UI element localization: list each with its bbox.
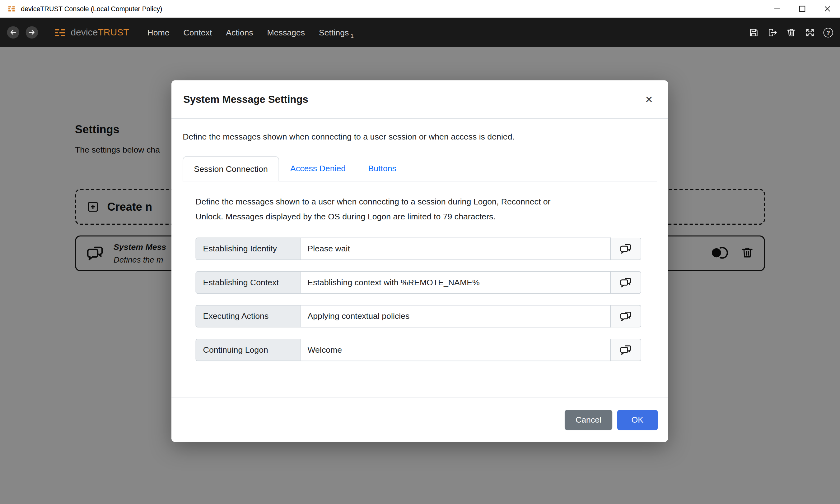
message-row-label: Continuing Logon (196, 339, 301, 361)
cancel-button[interactable]: Cancel (565, 410, 612, 430)
close-icon (824, 5, 831, 12)
modal-footer: Cancel OK (171, 397, 668, 442)
trash-icon (786, 27, 796, 38)
titlebar: deviceTRUST Console (Local Computer Poli… (0, 0, 840, 18)
executing-actions-input[interactable] (301, 305, 611, 327)
modal-title: System Message Settings (183, 93, 308, 105)
message-row: Establishing Context (196, 271, 641, 294)
fullscreen-button[interactable] (805, 27, 815, 38)
delete-button[interactable] (786, 27, 796, 38)
nav-item-settings[interactable]: Settings1 (319, 28, 354, 37)
continuing-logon-message-button[interactable] (611, 339, 641, 361)
forward-arrow-icon (28, 28, 36, 36)
help-glyph: ? (826, 29, 830, 36)
tab-access-denied[interactable]: Access Denied (279, 156, 357, 181)
modal-description: Define the messages shown when connectin… (183, 132, 657, 142)
modal-body: Define the messages shown when connectin… (171, 119, 668, 361)
close-icon: ✕ (645, 94, 653, 104)
minimize-button[interactable] (765, 0, 790, 18)
back-button[interactable] (7, 26, 19, 38)
help-button[interactable]: ? (823, 28, 833, 37)
help-icon: ? (823, 28, 833, 37)
ok-button[interactable]: OK (617, 410, 658, 430)
fullscreen-icon (805, 27, 815, 38)
message-row-label: Establishing Identity (196, 238, 301, 260)
tab-buttons[interactable]: Buttons (357, 156, 408, 181)
message-row-label: Executing Actions (196, 305, 301, 327)
save-icon (749, 27, 759, 38)
modal-close-button[interactable]: ✕ (642, 91, 656, 108)
message-rows: Establishing Identity Establishing Conte… (196, 238, 641, 361)
nav-actions: ? (749, 27, 833, 38)
establishing-identity-message-button[interactable] (611, 238, 641, 260)
nav-item-context[interactable]: Context (183, 28, 212, 37)
message-row-label: Establishing Context (196, 271, 301, 294)
nav-item-home[interactable]: Home (147, 28, 169, 37)
devicetrust-logo-icon (53, 25, 67, 39)
chat-bubbles-icon (619, 276, 633, 289)
establishing-context-input[interactable] (301, 271, 611, 294)
minimize-icon (773, 5, 780, 12)
system-message-settings-dialog: System Message Settings ✕ Define the mes… (171, 80, 668, 442)
window-title: deviceTRUST Console (Local Computer Poli… (21, 5, 162, 13)
window-controls (765, 0, 840, 18)
nav-item-messages[interactable]: Messages (267, 28, 305, 37)
maximize-button[interactable] (790, 0, 815, 18)
modal-tabs: Session Connection Access Denied Buttons (183, 156, 657, 181)
message-row: Establishing Identity (196, 238, 641, 260)
executing-actions-message-button[interactable] (611, 305, 641, 327)
message-row: Continuing Logon (196, 339, 641, 361)
continuing-logon-input[interactable] (301, 339, 611, 361)
session-connection-panel: Define the messages shown to a user when… (183, 181, 657, 361)
panel-description-line1: Define the messages shown to a user when… (196, 194, 657, 209)
chat-bubbles-icon (619, 343, 633, 357)
chat-bubbles-icon (619, 242, 633, 255)
establishing-context-message-button[interactable] (611, 271, 641, 294)
export-button[interactable] (767, 27, 778, 38)
nav-item-settings-label: Settings (319, 28, 349, 37)
close-window-button[interactable] (815, 0, 840, 18)
main-navbar: deviceTRUST Home Context Actions Message… (0, 18, 840, 47)
settings-changes-badge: 1 (350, 32, 354, 39)
modal-header: System Message Settings ✕ (171, 80, 668, 119)
nav-item-actions[interactable]: Actions (226, 28, 253, 37)
brand-trust-text: TRUST (98, 27, 129, 38)
establishing-identity-input[interactable] (301, 238, 611, 260)
chat-bubbles-icon (619, 309, 633, 323)
export-icon (767, 27, 778, 38)
brand-device-text: device (71, 27, 98, 38)
maximize-icon (799, 5, 805, 12)
panel-description: Define the messages shown to a user when… (196, 194, 657, 224)
forward-button[interactable] (26, 26, 38, 38)
brand: deviceTRUST (53, 25, 129, 39)
panel-description-line2: Unlock. Messages displayed by the OS dur… (196, 209, 657, 224)
app-window: deviceTRUST Console (Local Computer Poli… (0, 0, 840, 504)
nav-menu: Home Context Actions Messages Settings1 (147, 28, 354, 37)
message-row: Executing Actions (196, 305, 641, 327)
save-button[interactable] (749, 27, 759, 38)
tab-session-connection[interactable]: Session Connection (183, 156, 279, 181)
back-arrow-icon (9, 28, 17, 36)
app-icon (7, 4, 16, 13)
